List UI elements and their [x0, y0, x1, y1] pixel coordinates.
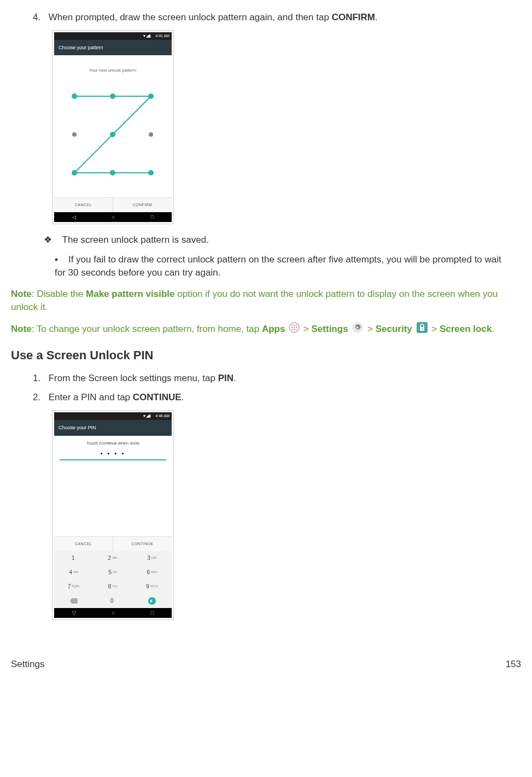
note-label: Note: [11, 324, 32, 334]
backspace-icon: [70, 598, 78, 604]
diamond-bullet-icon: ❖: [44, 235, 52, 245]
key-0[interactable]: 0.: [93, 594, 133, 608]
nav-home-icon: ○: [112, 610, 115, 617]
svg-point-4: [291, 327, 293, 328]
step-text: When prompted, draw the screen unlock pa…: [49, 12, 332, 22]
confirm-label: CONFIRM: [332, 12, 375, 22]
phone-navbar: ◁ ○ □: [54, 212, 172, 222]
pin-step-1: 1. From the Screen lock settings menu, t…: [33, 372, 521, 385]
enter-icon: [148, 597, 156, 605]
step-text: Enter a PIN and tap: [49, 392, 133, 402]
key-enter[interactable]: [132, 594, 172, 608]
step-text-end: .: [233, 373, 236, 383]
phone-titlebar: Choose your PIN: [54, 420, 172, 436]
result-text: The screen unlock pattern is saved.: [62, 235, 209, 245]
note-make-pattern-visible: Note: Disable the Make pattern visible o…: [11, 288, 521, 314]
page-footer: Settings 153: [11, 658, 521, 671]
continue-label: CONTINUE: [133, 392, 182, 402]
gt: >: [365, 324, 375, 334]
pin-subtitle: Touch Continue when done: [54, 436, 172, 449]
key-8[interactable]: 8TUV: [93, 580, 133, 594]
step-4: 4. When prompted, draw the screen unlock…: [33, 11, 521, 24]
status-time: 4:46 AM: [155, 414, 169, 418]
key-3[interactable]: 3DEF: [132, 551, 172, 565]
note-label: Note: [11, 289, 32, 299]
nav-back-icon: ▽: [72, 610, 76, 617]
security-icon: [416, 322, 428, 337]
svg-point-1: [291, 325, 293, 326]
note-bold: Make pattern visible: [86, 289, 175, 299]
note-text-a: : Disable the: [32, 289, 86, 299]
svg-point-14: [422, 328, 423, 329]
note-text-a: : To change your unlock screen pattern, …: [32, 324, 262, 334]
continue-button[interactable]: CONTINUE: [113, 537, 172, 551]
key-9[interactable]: 9WXYZ: [132, 580, 172, 594]
step-number: 2.: [33, 391, 46, 404]
note-change-pattern: Note: To change your unlock screen patte…: [11, 322, 521, 337]
result-bullet: ❖ The screen unlock pattern is saved.: [44, 233, 521, 247]
info-text: If you fail to draw the correct unlock p…: [55, 254, 501, 278]
nav-back-icon: ◁: [72, 214, 76, 221]
key-2[interactable]: 2ABC: [93, 551, 133, 565]
pin-area: Touch Continue when done • • • • CANCEL …: [54, 436, 172, 608]
phone-screenshot-pin: ▼◢▮ 4:46 AM Choose your PIN Touch Contin…: [52, 411, 173, 620]
screenlock-label: Screen lock: [440, 324, 492, 334]
square-bullet-icon: ▪: [55, 254, 58, 265]
nav-home-icon: ○: [112, 214, 115, 221]
pattern-grid: [72, 94, 154, 176]
phone-screenshot-pattern: ▼◢▮ 4:41 AM Choose your pattern Your new…: [52, 31, 173, 224]
step-text-end: .: [375, 12, 378, 22]
key-5[interactable]: 5JKL: [93, 565, 133, 580]
key-6[interactable]: 6MNO: [132, 565, 172, 580]
security-label: Security: [376, 324, 412, 334]
svg-point-11: [356, 326, 359, 329]
nav-recent-icon: □: [151, 214, 154, 221]
note-text-b: .: [492, 324, 494, 334]
key-backspace[interactable]: [54, 594, 93, 608]
step-text-end: .: [182, 392, 184, 402]
svg-point-8: [294, 329, 295, 330]
footer-section: Settings: [11, 659, 44, 669]
phone-titlebar: Choose your pattern: [54, 40, 172, 56]
pin-step-2: 2. Enter a PIN and tap CONTINUE.: [33, 391, 521, 404]
heading-use-pin: Use a Screen Unlock PIN: [11, 347, 521, 364]
step-number: 4.: [33, 11, 46, 24]
status-icons: ▼◢▮: [142, 34, 151, 38]
settings-icon: [352, 322, 364, 337]
pattern-subtitle: Your new unlock pattern:: [54, 55, 172, 73]
status-icons: ▼◢▮: [142, 414, 151, 418]
pattern-area: Your new unlock pattern:: [54, 55, 172, 197]
phone-button-row: CANCEL CONTINUE: [54, 536, 172, 551]
confirm-button[interactable]: CONFIRM: [113, 198, 172, 212]
settings-label: Settings: [312, 324, 348, 334]
info-bullet: ▪ If you fail to draw the correct unlock…: [55, 253, 521, 279]
svg-point-2: [294, 325, 295, 326]
keypad: 1 2ABC 3DEF 4GHI 5JKL 6MNO 7PQRS 8TUV 9W…: [54, 551, 172, 608]
status-time: 4:41 AM: [155, 34, 169, 38]
key-1[interactable]: 1: [54, 551, 93, 565]
step-number: 1.: [33, 372, 46, 385]
phone-navbar: ▽ ○ □: [54, 608, 172, 618]
apps-icon: [289, 322, 300, 337]
key-7[interactable]: 7PQRS: [54, 580, 93, 594]
phone-statusbar: ▼◢▮ 4:41 AM: [54, 32, 172, 40]
gt: >: [429, 324, 440, 334]
step-text: From the Screen lock settings menu, tap: [49, 373, 218, 383]
svg-point-3: [296, 325, 297, 326]
cancel-button[interactable]: CANCEL: [54, 537, 113, 551]
phone-button-row: CANCEL CONFIRM: [54, 197, 172, 212]
key-4[interactable]: 4GHI: [54, 565, 93, 580]
apps-label: Apps: [262, 324, 285, 334]
cancel-button[interactable]: CANCEL: [54, 198, 113, 212]
pin-display: • • • •: [54, 449, 172, 459]
nav-recent-icon: □: [151, 610, 154, 617]
gt: >: [301, 324, 311, 334]
footer-page-number: 153: [506, 658, 521, 671]
phone-statusbar: ▼◢▮ 4:46 AM: [54, 412, 172, 420]
pin-label: PIN: [218, 373, 233, 383]
svg-point-9: [296, 329, 297, 330]
svg-point-7: [291, 329, 293, 330]
svg-point-6: [296, 327, 297, 328]
svg-point-5: [294, 327, 295, 328]
